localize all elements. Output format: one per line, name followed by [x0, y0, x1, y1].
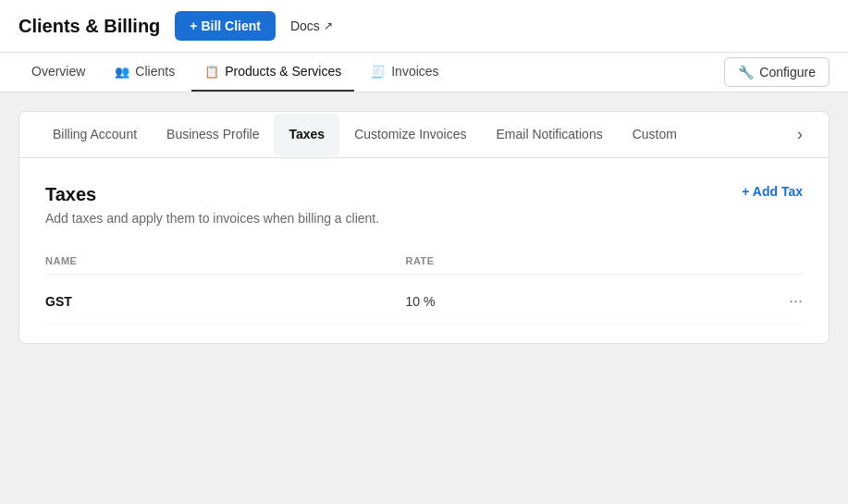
tab-business-profile[interactable]: Business Profile: [152, 114, 274, 156]
tab-billing-account[interactable]: Billing Account: [38, 114, 152, 156]
nav-item-products-services[interactable]: 📋 Products & Services: [191, 53, 354, 92]
table-row: GST 10 % ···: [45, 278, 803, 325]
col-rate-header: RATE: [406, 255, 767, 266]
tab-taxes[interactable]: Taxes: [274, 114, 339, 156]
taxes-header: Taxes Add taxes and apply them to invoic…: [45, 184, 803, 226]
inner-tabs: Billing Account Business Profile Taxes C…: [19, 112, 829, 158]
configure-button[interactable]: 🔧 Configure: [724, 57, 830, 87]
wrench-icon: 🔧: [738, 65, 754, 80]
top-bar: Clients & Billing + Bill Client Docs ↗: [0, 0, 848, 53]
products-icon: 📋: [204, 65, 219, 79]
tax-table: NAME RATE GST 10 % ···: [45, 248, 803, 325]
taxes-description: Taxes Add taxes and apply them to invoic…: [45, 184, 379, 226]
invoices-icon: 🧾: [371, 65, 386, 79]
main-content: Billing Account Business Profile Taxes C…: [0, 92, 848, 363]
page-title: Clients & Billing: [18, 16, 160, 37]
tax-row-actions-button[interactable]: ···: [766, 291, 803, 311]
card-body: Taxes Add taxes and apply them to invoic…: [19, 158, 829, 343]
nav-item-invoices[interactable]: 🧾 Invoices: [358, 53, 451, 92]
add-tax-button[interactable]: + Add Tax: [742, 184, 803, 199]
clients-icon: 👥: [115, 65, 129, 79]
taxes-title: Taxes: [45, 184, 379, 205]
nav-items: Overview 👥 Clients 📋 Products & Services…: [18, 53, 724, 92]
col-actions-header: [766, 255, 803, 266]
docs-link[interactable]: Docs ↗: [290, 18, 333, 33]
bill-client-button[interactable]: + Bill Client: [175, 11, 276, 41]
taxes-subtitle: Add taxes and apply them to invoices whe…: [45, 211, 379, 226]
tax-table-header: NAME RATE: [45, 248, 803, 275]
nav-item-clients[interactable]: 👥 Clients: [102, 53, 188, 92]
external-link-icon: ↗: [324, 19, 333, 32]
nav-bar: Overview 👥 Clients 📋 Products & Services…: [0, 53, 848, 92]
tab-customize-invoices[interactable]: Customize Invoices: [339, 114, 481, 156]
tax-rate: 10 %: [406, 294, 767, 309]
tax-name: GST: [45, 294, 406, 309]
col-name-header: NAME: [45, 255, 406, 266]
tab-email-notifications[interactable]: Email Notifications: [482, 114, 618, 156]
settings-card: Billing Account Business Profile Taxes C…: [18, 111, 830, 344]
nav-item-overview[interactable]: Overview: [18, 53, 98, 92]
tab-custom[interactable]: Custom: [618, 114, 692, 156]
tabs-more-button[interactable]: ›: [790, 112, 810, 157]
